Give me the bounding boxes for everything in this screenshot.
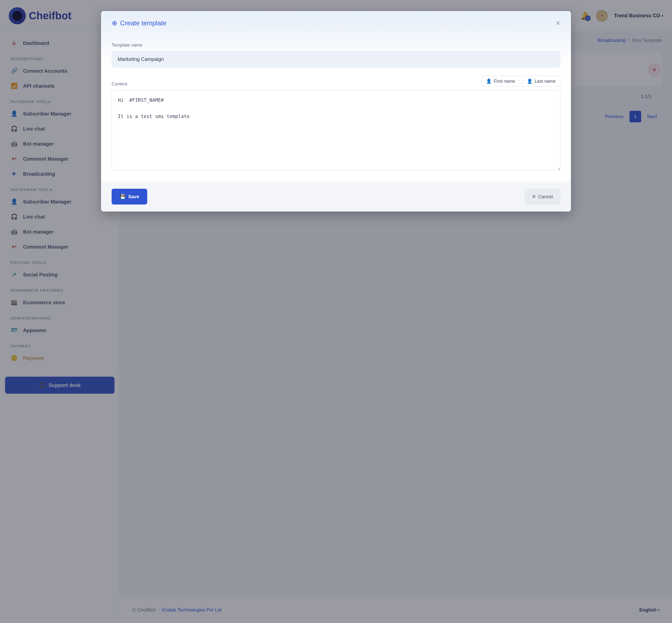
template-name-input[interactable] (112, 51, 560, 68)
save-button[interactable]: 💾Save (112, 189, 147, 205)
insert-first-name-button[interactable]: 👤First name (481, 76, 520, 87)
modal-close-button[interactable]: × (556, 19, 560, 27)
plus-circle-icon: ⊕ (112, 19, 117, 27)
user-icon: 👤 (486, 79, 492, 84)
create-template-modal: ⊕Create template × Template name Content… (101, 11, 571, 211)
label-content: Content (112, 82, 127, 87)
close-icon: ✕ (532, 194, 536, 200)
cancel-button[interactable]: ✕Cancel (524, 189, 560, 205)
label-template-name: Template name (112, 42, 560, 48)
user-icon: 👤 (527, 79, 532, 84)
save-icon: 💾 (120, 194, 126, 200)
modal-title: ⊕Create template (112, 19, 166, 27)
content-textarea[interactable] (112, 90, 560, 170)
insert-last-name-button[interactable]: 👤Last name (522, 76, 560, 87)
